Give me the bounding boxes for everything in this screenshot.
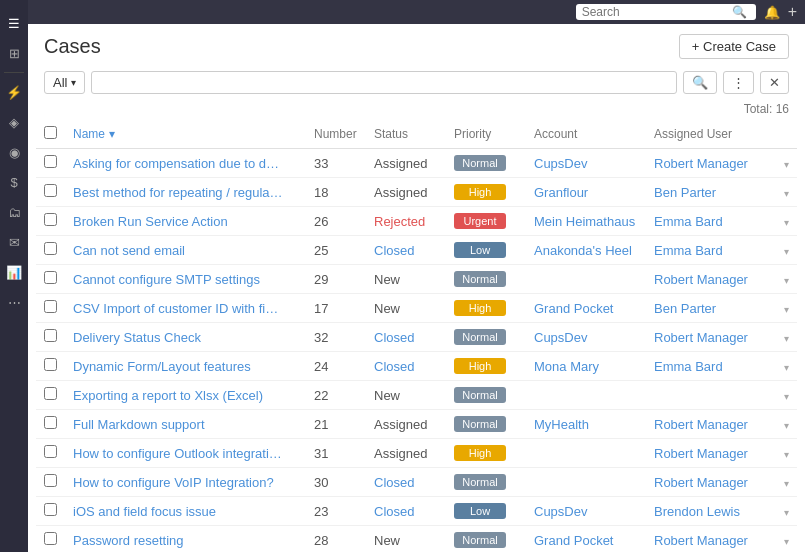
sidebar-diamond-icon[interactable]: ◈ bbox=[0, 107, 28, 137]
account-link[interactable]: Grand Pocket bbox=[534, 301, 614, 316]
assigned-user-link[interactable]: Robert Manager bbox=[654, 330, 748, 345]
row-expand-icon[interactable]: ▾ bbox=[784, 420, 789, 431]
row-arrow-cell: ▾ bbox=[776, 410, 797, 439]
filter-search-button[interactable]: 🔍 bbox=[683, 71, 717, 94]
row-checkbox[interactable] bbox=[44, 300, 57, 313]
case-link[interactable]: Delivery Status Check bbox=[73, 330, 283, 345]
row-expand-icon[interactable]: ▾ bbox=[784, 188, 789, 199]
topbar-search-box[interactable]: 🔍 bbox=[576, 4, 756, 20]
sidebar-email-icon[interactable]: ✉ bbox=[0, 227, 28, 257]
sidebar-grid-icon[interactable]: ⊞ bbox=[0, 38, 28, 68]
assigned-user-link[interactable]: Robert Manager bbox=[654, 533, 748, 548]
filter-search-input[interactable] bbox=[91, 71, 677, 94]
row-checkbox[interactable] bbox=[44, 445, 57, 458]
case-link[interactable]: Asking for compensation due to damages bbox=[73, 156, 283, 171]
row-checkbox[interactable] bbox=[44, 271, 57, 284]
account-link[interactable]: Anakonda's Heel bbox=[534, 243, 632, 258]
row-checkbox[interactable] bbox=[44, 474, 57, 487]
topbar-search-input[interactable] bbox=[582, 5, 732, 19]
topbar-search-icon[interactable]: 🔍 bbox=[732, 5, 747, 19]
header-name[interactable]: Name ▾ bbox=[65, 120, 306, 149]
assigned-user-link[interactable]: Emma Bard bbox=[654, 214, 723, 229]
sidebar-lightning-icon[interactable]: ⚡ bbox=[0, 77, 28, 107]
row-expand-icon[interactable]: ▾ bbox=[784, 449, 789, 460]
case-link[interactable]: Best method for repeating / regular / sc… bbox=[73, 185, 283, 200]
row-checkbox[interactable] bbox=[44, 532, 57, 545]
assigned-user-link[interactable]: Emma Bard bbox=[654, 359, 723, 374]
assigned-user-link[interactable]: Ben Parter bbox=[654, 301, 716, 316]
row-checkbox[interactable] bbox=[44, 329, 57, 342]
filter-clear-button[interactable]: ✕ bbox=[760, 71, 789, 94]
filter-chevron-icon: ▾ bbox=[71, 77, 76, 88]
row-expand-icon[interactable]: ▾ bbox=[784, 246, 789, 257]
row-number-cell: 22 bbox=[306, 381, 366, 410]
row-expand-icon[interactable]: ▾ bbox=[784, 159, 789, 170]
assigned-user-link[interactable]: Ben Parter bbox=[654, 185, 716, 200]
case-link[interactable]: How to configure VoIP Integration? bbox=[73, 475, 283, 490]
table-row: Best method for repeating / regular / sc… bbox=[36, 178, 797, 207]
sidebar-circle-icon[interactable]: ◉ bbox=[0, 137, 28, 167]
row-checkbox[interactable] bbox=[44, 503, 57, 516]
account-link[interactable]: Mein Heimathaus bbox=[534, 214, 635, 229]
row-expand-icon[interactable]: ▾ bbox=[784, 391, 789, 402]
account-link[interactable]: CupsDev bbox=[534, 504, 587, 519]
row-checkbox[interactable] bbox=[44, 184, 57, 197]
row-expand-icon[interactable]: ▾ bbox=[784, 478, 789, 489]
account-link[interactable]: Mona Mary bbox=[534, 359, 599, 374]
case-link[interactable]: Dynamic Form/Layout features bbox=[73, 359, 283, 374]
assigned-user-link[interactable]: Brendon Lewis bbox=[654, 504, 740, 519]
assigned-user-link[interactable]: Robert Manager bbox=[654, 475, 748, 490]
case-link[interactable]: Cannot configure SMTP settings bbox=[73, 272, 283, 287]
row-checkbox[interactable] bbox=[44, 242, 57, 255]
topbar-bell-icon[interactable]: 🔔 bbox=[764, 5, 780, 20]
sidebar-dollar-icon[interactable]: $ bbox=[0, 167, 28, 197]
row-expand-icon[interactable]: ▾ bbox=[784, 304, 789, 315]
row-checkbox[interactable] bbox=[44, 416, 57, 429]
assigned-user-link[interactable]: Robert Manager bbox=[654, 272, 748, 287]
assigned-user-link[interactable]: Emma Bard bbox=[654, 243, 723, 258]
assigned-user-link[interactable]: Robert Manager bbox=[654, 446, 748, 461]
cases-table-container[interactable]: Name ▾ Number Status Priority Account As… bbox=[28, 120, 805, 552]
case-link[interactable]: Full Markdown support bbox=[73, 417, 283, 432]
filter-dropdown[interactable]: All ▾ bbox=[44, 71, 85, 94]
account-link[interactable]: CupsDev bbox=[534, 156, 587, 171]
assigned-user-link[interactable]: Robert Manager bbox=[654, 417, 748, 432]
sidebar-briefcase-icon[interactable]: 🗂 bbox=[0, 197, 28, 227]
select-all-checkbox[interactable] bbox=[44, 126, 57, 139]
priority-badge: Normal bbox=[454, 271, 506, 287]
create-case-button[interactable]: + Create Case bbox=[679, 34, 789, 59]
row-expand-icon[interactable]: ▾ bbox=[784, 362, 789, 373]
case-link[interactable]: Broken Run Service Action bbox=[73, 214, 283, 229]
row-checkbox[interactable] bbox=[44, 155, 57, 168]
row-checkbox[interactable] bbox=[44, 387, 57, 400]
account-link[interactable]: CupsDev bbox=[534, 330, 587, 345]
case-link[interactable]: Can not send email bbox=[73, 243, 283, 258]
case-link[interactable]: Password resetting bbox=[73, 533, 283, 548]
row-expand-icon[interactable]: ▾ bbox=[784, 217, 789, 228]
row-expand-icon[interactable]: ▾ bbox=[784, 275, 789, 286]
account-link[interactable]: Granflour bbox=[534, 185, 588, 200]
sidebar-chart-icon[interactable]: 📊 bbox=[0, 257, 28, 287]
topbar-plus-icon[interactable]: + bbox=[788, 3, 797, 21]
sidebar-more-icon[interactable]: ⋯ bbox=[0, 287, 28, 317]
case-link[interactable]: How to configure Outlook integration? bbox=[73, 446, 283, 461]
account-link[interactable]: MyHealth bbox=[534, 417, 589, 432]
sidebar-menu-icon[interactable]: ☰ bbox=[0, 8, 28, 38]
total-label: Total: 16 bbox=[744, 102, 789, 116]
row-expand-icon[interactable]: ▾ bbox=[784, 333, 789, 344]
row-expand-icon[interactable]: ▾ bbox=[784, 507, 789, 518]
row-number-cell: 17 bbox=[306, 294, 366, 323]
row-checkbox[interactable] bbox=[44, 213, 57, 226]
assigned-user-link[interactable]: Robert Manager bbox=[654, 156, 748, 171]
account-link[interactable]: Grand Pocket bbox=[534, 533, 614, 548]
row-expand-icon[interactable]: ▾ bbox=[784, 536, 789, 547]
status-text: New bbox=[374, 388, 400, 403]
case-link[interactable]: Exporting a report to Xlsx (Excel) bbox=[73, 388, 283, 403]
case-link[interactable]: iOS and field focus issue bbox=[73, 504, 283, 519]
filter-options-button[interactable]: ⋮ bbox=[723, 71, 754, 94]
row-checkbox[interactable] bbox=[44, 358, 57, 371]
row-status-cell: Closed bbox=[366, 352, 446, 381]
case-link[interactable]: CSV Import of customer ID with field typ… bbox=[73, 301, 283, 316]
row-number-cell: 18 bbox=[306, 178, 366, 207]
status-text: New bbox=[374, 301, 400, 316]
